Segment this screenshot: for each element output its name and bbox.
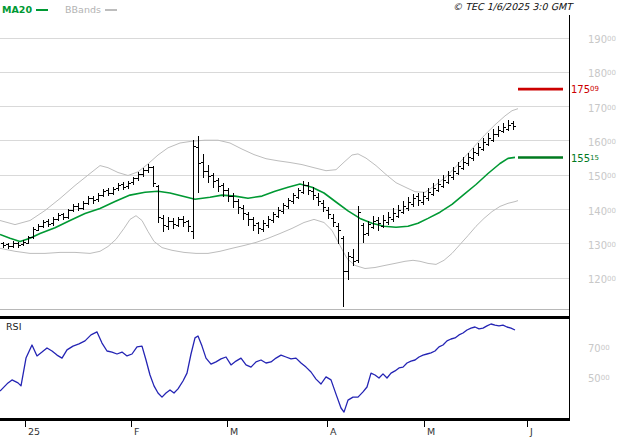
bbands-legend-label: BBands xyxy=(65,4,101,15)
price-axis-label: 15000 xyxy=(588,171,616,184)
bbands-legend-swatch-icon xyxy=(105,9,117,11)
red-level-label: 17509 xyxy=(571,84,599,97)
copyright-text: © TEC 1/6/2025 3:0 GMT xyxy=(453,1,572,12)
x-axis-label: M xyxy=(427,426,435,437)
price-axis-label: 12000 xyxy=(588,274,616,287)
price-axis-label: 16000 xyxy=(588,137,616,150)
x-axis-label: F xyxy=(134,426,139,437)
price-axis-label: 14000 xyxy=(588,206,616,219)
rsi-axis-label: 7000 xyxy=(588,343,610,356)
stock-chart-widget: MA20 BBands © TEC 1/6/2025 3:0 GMT RSI 1… xyxy=(0,0,627,440)
x-axis-label: 25 xyxy=(28,426,40,437)
ma20-legend-swatch-icon xyxy=(36,9,48,11)
green-level-label: 15515 xyxy=(571,153,599,166)
ma20-legend-label: MA20 xyxy=(2,4,32,15)
price-axis-label: 17000 xyxy=(588,103,616,116)
x-axis-label: M xyxy=(230,426,238,437)
price-axis-label: 19000 xyxy=(588,34,616,47)
chart-canvas xyxy=(0,0,627,440)
x-axis-label: J xyxy=(530,426,533,437)
price-axis-label: 13000 xyxy=(588,240,616,253)
chart-legend: MA20 BBands xyxy=(2,3,117,17)
rsi-panel-label: RSI xyxy=(6,321,21,332)
x-axis-label: A xyxy=(330,426,337,437)
rsi-axis-label: 5000 xyxy=(588,373,610,386)
price-axis-label: 18000 xyxy=(588,68,616,81)
